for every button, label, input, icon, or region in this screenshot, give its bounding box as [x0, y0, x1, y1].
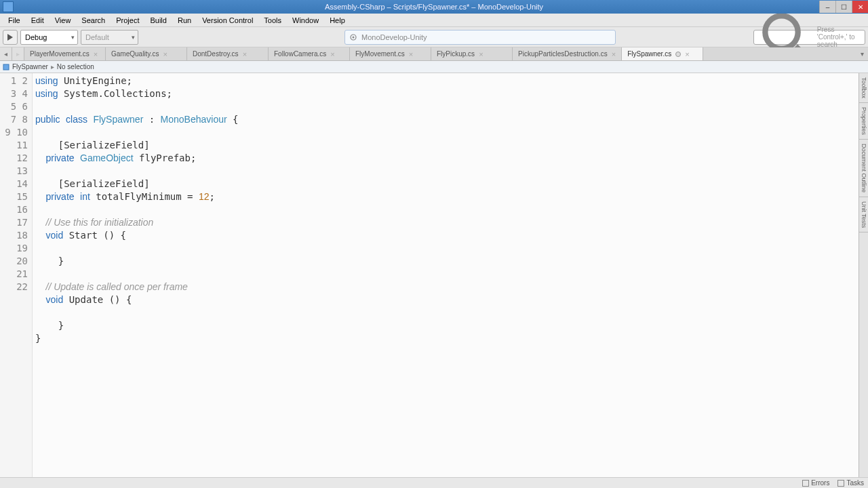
menu-run[interactable]: Run [172, 15, 197, 26]
title-bar: Assembly-CSharp – Scripts/FlySpawner.cs*… [0, 0, 868, 14]
app-icon [3, 1, 14, 12]
breadcrumb-class[interactable]: FlySpawner [12, 63, 48, 70]
menu-bar: File Edit View Search Project Build Run … [0, 14, 868, 27]
checkbox-icon [802, 480, 809, 487]
play-icon [7, 34, 14, 41]
status-errors[interactable]: Errors [802, 479, 829, 487]
tab-fly-movement[interactable]: FlyMovement.cs× [350, 47, 431, 60]
svg-point-3 [765, 16, 797, 48]
side-tab-unit-tests[interactable]: Unit Tests [859, 197, 868, 232]
status-tasks[interactable]: Tasks [837, 479, 864, 487]
tab-nav-back[interactable]: ◂ [0, 47, 12, 60]
close-icon[interactable]: × [163, 50, 167, 58]
global-search[interactable]: Press 'Control+,' to search [753, 30, 865, 45]
tab-pickup-particles[interactable]: PickupParticlesDestruction.cs× [513, 47, 622, 60]
breadcrumb: FlySpawner ▸ No selection [0, 61, 868, 73]
tab-fly-spawner[interactable]: FlySpawner.cs× [622, 47, 703, 60]
tab-dont-destroy[interactable]: DontDestroy.cs× [187, 47, 269, 60]
class-icon [3, 64, 9, 70]
target-selector[interactable]: Default [81, 30, 138, 45]
menu-tools[interactable]: Tools [258, 15, 287, 26]
svg-rect-5 [3, 64, 9, 70]
editor: 1 2 3 4 5 6 7 8 9 10 11 12 13 14 15 16 1… [0, 73, 868, 477]
line-gutter: 1 2 3 4 5 6 7 8 9 10 11 12 13 14 15 16 1… [0, 73, 33, 477]
tab-overflow[interactable]: ▾ [856, 47, 868, 60]
checkbox-icon [837, 480, 844, 487]
run-button[interactable] [3, 30, 18, 45]
search-placeholder: Press 'Control+,' to search [817, 26, 861, 48]
menu-view[interactable]: View [50, 15, 77, 26]
side-tab-document-outline[interactable]: Document Outline [859, 140, 868, 197]
close-icon[interactable]: × [685, 50, 689, 58]
tab-nav-forward[interactable]: ▸ [12, 47, 24, 60]
breadcrumb-member[interactable]: No selection [57, 63, 94, 70]
svg-point-2 [353, 36, 355, 38]
config-selector[interactable]: Debug [20, 30, 78, 45]
menu-version-control[interactable]: Version Control [197, 15, 258, 26]
menu-build[interactable]: Build [144, 15, 172, 26]
toolbar: Debug Default MonoDevelop-Unity Press 'C… [0, 27, 868, 47]
tab-fly-pickup[interactable]: FlyPickup.cs× [431, 47, 513, 60]
close-button[interactable]: ✕ [852, 1, 868, 13]
chevron-right-icon: ▸ [51, 63, 54, 70]
maximize-button[interactable]: ☐ [835, 1, 852, 13]
close-icon[interactable]: × [243, 50, 247, 58]
menu-edit[interactable]: Edit [26, 15, 50, 26]
minimize-button[interactable]: – [819, 1, 835, 13]
close-icon[interactable]: × [479, 50, 483, 58]
status-bar: Errors Tasks [0, 477, 868, 488]
close-icon[interactable]: × [409, 50, 413, 58]
config-label: Debug [25, 33, 47, 41]
menu-window[interactable]: Window [287, 15, 324, 26]
close-icon[interactable]: × [94, 50, 98, 58]
menu-search[interactable]: Search [76, 15, 111, 26]
side-tab-properties[interactable]: Properties [859, 103, 868, 140]
window-title: Assembly-CSharp – Scripts/FlySpawner.cs*… [325, 3, 543, 11]
close-icon[interactable]: × [330, 50, 334, 58]
menu-file[interactable]: File [3, 15, 26, 26]
target-icon [349, 33, 357, 41]
center-info-text: MonoDevelop-Unity [361, 33, 427, 41]
svg-marker-0 [7, 34, 13, 41]
side-tab-toolbox[interactable]: Toolbox [859, 73, 868, 103]
dirty-indicator-icon [675, 52, 681, 57]
tab-follow-camera[interactable]: FollowCamera.cs× [269, 47, 350, 60]
code-area[interactable]: using UnityEngine; using System.Collecti… [33, 73, 859, 477]
side-panel-tabs: Toolbox Properties Document Outline Unit… [859, 73, 868, 477]
tab-game-quality[interactable]: GameQuality.cs× [106, 47, 187, 60]
menu-project[interactable]: Project [111, 15, 144, 26]
menu-help[interactable]: Help [324, 15, 351, 26]
target-label: Default [85, 33, 109, 41]
center-info-box[interactable]: MonoDevelop-Unity [344, 30, 616, 45]
tab-player-movement[interactable]: PlayerMovement.cs× [24, 47, 106, 60]
close-icon[interactable]: × [612, 50, 616, 58]
tab-strip: ◂ ▸ PlayerMovement.cs× GameQuality.cs× D… [0, 47, 868, 61]
